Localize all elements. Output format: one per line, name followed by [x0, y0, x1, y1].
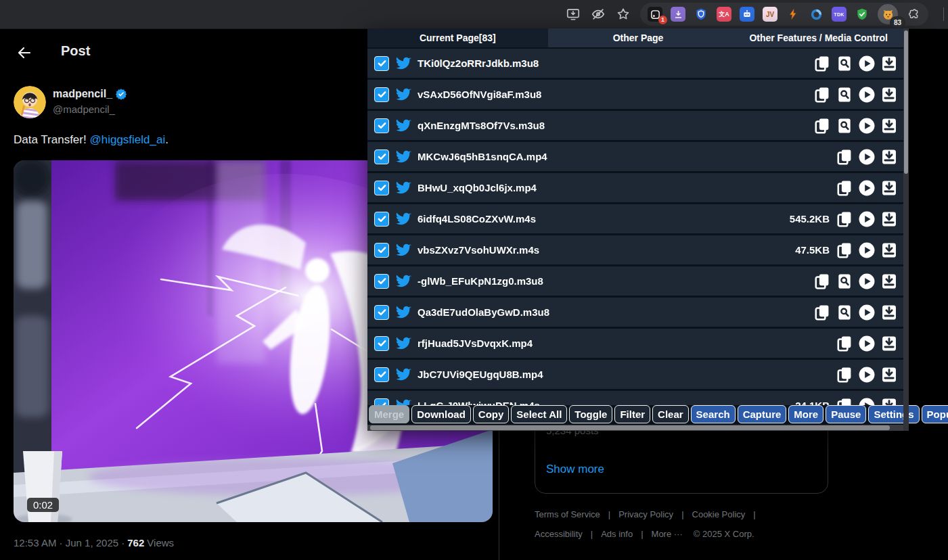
copy-link-icon[interactable]: [836, 397, 853, 406]
popup-tab[interactable]: Other Features / Media Control: [728, 28, 909, 47]
blue-ring-extension-icon[interactable]: [809, 7, 823, 22]
play-media-icon[interactable]: [858, 273, 876, 290]
back-arrow-icon[interactable]: [16, 45, 32, 61]
play-media-icon[interactable]: [858, 55, 876, 72]
copy-link-icon[interactable]: [813, 55, 831, 72]
row-checkbox[interactable]: [374, 398, 389, 406]
popup-toolbar-button[interactable]: Toggle: [569, 405, 612, 423]
footer-link[interactable]: Cookie Policy: [692, 509, 746, 519]
download-file-icon[interactable]: [880, 304, 898, 321]
download-file-icon[interactable]: [880, 397, 898, 406]
popup-toolbar-button[interactable]: Download: [411, 405, 471, 423]
avatar[interactable]: [14, 86, 46, 118]
copy-link-icon[interactable]: [836, 366, 853, 383]
row-checkbox[interactable]: [374, 367, 389, 382]
horizontal-scrollbar-thumb[interactable]: [370, 425, 890, 430]
parse-search-icon[interactable]: [836, 273, 853, 290]
download-file-icon[interactable]: [880, 55, 898, 72]
popup-toolbar-button[interactable]: More: [788, 405, 823, 423]
download-file-icon[interactable]: [880, 117, 898, 135]
row-checkbox[interactable]: [374, 274, 389, 289]
mention-link[interactable]: @higgsfield_ai: [89, 133, 165, 146]
parse-search-icon[interactable]: [836, 117, 853, 135]
row-checkbox[interactable]: [374, 56, 389, 71]
copy-link-icon[interactable]: [813, 86, 831, 103]
download-file-icon[interactable]: [880, 335, 898, 352]
footer-link[interactable]: Privacy Policy: [618, 509, 673, 519]
parse-search-icon[interactable]: [836, 304, 853, 321]
lightning-extension-icon[interactable]: [786, 7, 800, 22]
display-name[interactable]: madpencil_: [53, 88, 112, 100]
popup-toolbar-button[interactable]: Clear: [652, 405, 689, 423]
copy-link-icon[interactable]: [813, 304, 831, 321]
play-media-icon[interactable]: [858, 335, 876, 352]
footer-link[interactable]: Ads info: [601, 529, 633, 539]
screen-cast-download-icon[interactable]: [566, 7, 581, 22]
copy-link-icon[interactable]: [836, 210, 853, 228]
popup-toolbar-button[interactable]: Search: [691, 405, 736, 423]
extensions-puzzle-icon[interactable]: [906, 7, 921, 22]
footer-link[interactable]: Terms of Service: [535, 509, 600, 519]
row-checkbox[interactable]: [374, 336, 389, 351]
play-media-icon[interactable]: [858, 304, 876, 321]
popup-tab[interactable]: Other Page: [548, 28, 729, 47]
play-media-icon[interactable]: [858, 397, 876, 406]
jv-extension-icon[interactable]: JV: [763, 7, 777, 22]
green-shield-extension-icon[interactable]: [855, 7, 870, 22]
popup-tab[interactable]: Current Page[83]: [367, 28, 548, 47]
screen-recorder-extension-icon[interactable]: 1: [648, 7, 662, 22]
popup-toolbar-button[interactable]: Select All: [511, 405, 567, 423]
download-file-icon[interactable]: [880, 366, 898, 383]
horizontal-scrollbar[interactable]: [367, 425, 903, 431]
play-media-icon[interactable]: [858, 210, 876, 228]
bookmark-star-icon[interactable]: [616, 7, 631, 22]
copy-link-icon[interactable]: [813, 273, 831, 290]
eye-hidden-icon[interactable]: [591, 7, 606, 22]
play-media-icon[interactable]: [858, 241, 876, 259]
popup-toolbar-button[interactable]: Settings: [868, 405, 919, 423]
popup-toolbar-button[interactable]: Popup: [922, 405, 948, 423]
row-checkbox[interactable]: [374, 149, 389, 164]
download-file-icon[interactable]: [880, 179, 898, 197]
play-media-icon[interactable]: [858, 86, 876, 103]
row-checkbox[interactable]: [374, 305, 389, 320]
popup-toolbar-button[interactable]: Filter: [614, 405, 650, 423]
purple-downloader-extension-icon[interactable]: [671, 7, 685, 22]
download-file-icon[interactable]: [880, 148, 898, 166]
popup-toolbar-button[interactable]: Copy: [473, 405, 510, 423]
row-checkbox[interactable]: [374, 181, 389, 195]
play-media-icon[interactable]: [858, 366, 876, 383]
download-file-icon[interactable]: [880, 273, 898, 290]
popup-toolbar-button[interactable]: Capture: [738, 405, 787, 423]
popup-toolbar-button[interactable]: Pause: [826, 405, 866, 423]
vertical-scrollbar-thumb[interactable]: [904, 30, 908, 174]
user-handle[interactable]: @madpencil_: [53, 103, 115, 115]
copy-link-icon[interactable]: [836, 335, 853, 352]
show-more-link[interactable]: Show more: [546, 463, 604, 476]
parse-search-icon[interactable]: [836, 55, 853, 72]
download-file-icon[interactable]: [880, 86, 898, 103]
footer-link[interactable]: More ···: [652, 529, 683, 539]
blue-shield-extension-icon[interactable]: [694, 7, 708, 22]
play-media-icon[interactable]: [858, 117, 876, 135]
row-checkbox[interactable]: [374, 243, 389, 258]
copy-link-icon[interactable]: [836, 148, 853, 166]
download-file-icon[interactable]: [880, 210, 898, 228]
translate-extension-icon[interactable]: 文A: [717, 7, 731, 22]
row-checkbox[interactable]: [374, 212, 389, 227]
tdk-extension-icon[interactable]: TDK: [832, 7, 847, 22]
copy-link-icon[interactable]: [813, 117, 831, 135]
copy-link-icon[interactable]: [836, 179, 853, 197]
row-checkbox[interactable]: [374, 87, 389, 102]
popup-toolbar-button[interactable]: Merge: [369, 405, 409, 423]
play-media-icon[interactable]: [858, 148, 876, 166]
cat-media-downloader-extension-icon[interactable]: 83: [878, 4, 898, 24]
parse-search-icon[interactable]: [836, 86, 853, 103]
vertical-scrollbar[interactable]: [903, 28, 909, 431]
robot-extension-icon[interactable]: [740, 7, 754, 22]
play-media-icon[interactable]: [858, 179, 876, 197]
copy-link-icon[interactable]: [836, 241, 853, 259]
download-file-icon[interactable]: [880, 241, 898, 259]
row-checkbox[interactable]: [374, 118, 389, 133]
footer-link[interactable]: Accessibility: [535, 529, 583, 539]
